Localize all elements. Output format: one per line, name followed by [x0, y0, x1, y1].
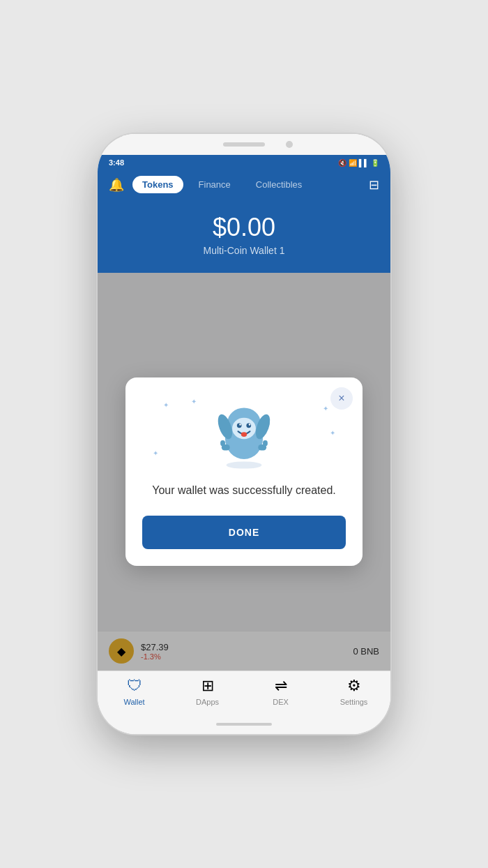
- svg-point-6: [237, 423, 242, 428]
- sparkle-4: ✦: [330, 429, 335, 437]
- status-bar: 3:48 🔇 📶 ▌▌ 🔋: [98, 155, 390, 170]
- wallet-balance: $0.00: [98, 213, 390, 242]
- tab-finance[interactable]: Finance: [189, 176, 241, 193]
- mascot-area: ✦ ✦ ✦ ✦ ✦: [142, 394, 346, 471]
- battery-icon: 🔋: [371, 159, 379, 167]
- phone-camera: [286, 141, 293, 148]
- wallet-name: Multi-Coin Wallet 1: [98, 245, 390, 256]
- tab-collectibles[interactable]: Collectibles: [246, 176, 312, 193]
- wallet-nav-label: Wallet: [123, 698, 144, 706]
- svg-point-10: [241, 432, 247, 437]
- svg-rect-14: [263, 440, 268, 446]
- sparkle-5: ✦: [153, 449, 158, 457]
- dapps-nav-label: DApps: [196, 698, 219, 706]
- phone-bottom: [98, 714, 390, 734]
- settings-nav-icon: ⚙: [347, 677, 361, 695]
- mascot-illustration: [206, 394, 282, 471]
- status-time: 3:48: [109, 158, 124, 167]
- dex-nav-label: DEX: [273, 698, 289, 706]
- nav-tabs-bar: 🔔 Tokens Finance Collectibles ⊟: [98, 170, 390, 202]
- signal-icon: ▌▌: [359, 159, 369, 167]
- sparkle-1: ✦: [163, 401, 169, 409]
- wifi-icon: 📶: [349, 159, 357, 167]
- dex-nav-icon: ⇌: [275, 677, 287, 695]
- wallet-nav-icon: 🛡: [127, 677, 142, 695]
- content-area: ◆ $27.39 -1.3% 0 BNB × ✦ ✦ ✦ ✦: [98, 273, 390, 671]
- wallet-hero: $0.00 Multi-Coin Wallet 1: [98, 202, 390, 273]
- phone-screen: 3:48 🔇 📶 ▌▌ 🔋 🔔 Tokens Finance Collectib…: [98, 155, 390, 714]
- phone-frame: 3:48 🔇 📶 ▌▌ 🔋 🔔 Tokens Finance Collectib…: [98, 134, 390, 734]
- done-button[interactable]: DONE: [142, 516, 346, 549]
- nav-item-wallet[interactable]: 🛡 Wallet: [98, 677, 171, 706]
- status-icons: 🔇 📶 ▌▌ 🔋: [338, 159, 379, 167]
- bell-icon[interactable]: 🔔: [109, 177, 124, 193]
- svg-point-0: [227, 461, 262, 468]
- svg-point-9: [249, 424, 251, 426]
- tab-tokens[interactable]: Tokens: [132, 176, 183, 193]
- svg-rect-13: [220, 440, 225, 446]
- modal-overlay: × ✦ ✦ ✦ ✦ ✦: [98, 273, 390, 671]
- sparkle-3: ✦: [323, 405, 328, 412]
- phone-top-bar: [98, 134, 390, 155]
- home-indicator: [216, 723, 272, 726]
- modal-card: × ✦ ✦ ✦ ✦ ✦: [125, 377, 363, 566]
- filter-icon[interactable]: ⊟: [369, 177, 379, 193]
- nav-item-dapps[interactable]: ⊞ DApps: [171, 677, 244, 706]
- phone-speaker: [223, 142, 265, 147]
- dapps-nav-icon: ⊞: [201, 677, 214, 695]
- nav-item-dex[interactable]: ⇌ DEX: [244, 677, 317, 706]
- nav-item-settings[interactable]: ⚙ Settings: [317, 677, 390, 706]
- mute-icon: 🔇: [338, 159, 346, 167]
- bottom-nav: 🛡 Wallet ⊞ DApps ⇌ DEX ⚙ Settings: [98, 671, 390, 714]
- svg-point-7: [246, 423, 251, 428]
- modal-message: Your wallet was successfully created.: [142, 482, 346, 499]
- settings-nav-label: Settings: [340, 698, 368, 706]
- svg-point-8: [239, 424, 241, 426]
- sparkle-2: ✦: [191, 398, 197, 405]
